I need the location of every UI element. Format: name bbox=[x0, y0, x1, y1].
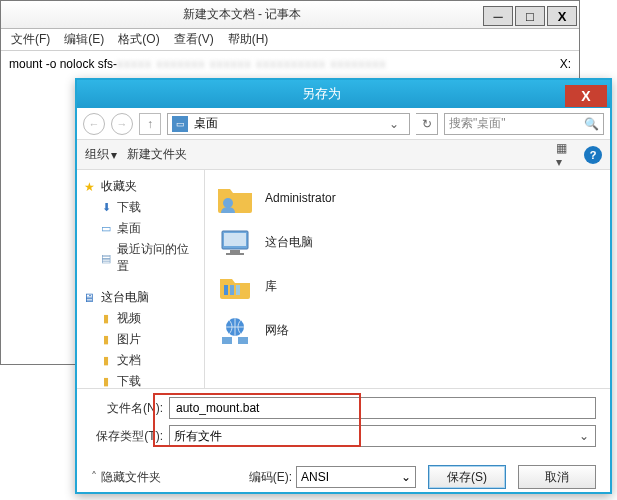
redacted-text: xxxxx xxxxxxx xxxxxx xxxxxxxxxx xxxxxxxx bbox=[117, 57, 386, 71]
save-button[interactable]: 保存(S) bbox=[428, 465, 506, 489]
drive-letter: X: bbox=[541, 57, 571, 71]
file-list[interactable]: Administrator 这台电脑 库 网络 bbox=[205, 170, 610, 388]
address-bar[interactable]: ▭ 桌面 ⌄ bbox=[167, 113, 410, 135]
search-placeholder: 搜索"桌面" bbox=[449, 115, 506, 132]
svg-rect-3 bbox=[230, 250, 240, 253]
chevron-down-icon: ⌄ bbox=[401, 470, 411, 484]
maximize-button[interactable]: □ bbox=[515, 6, 545, 26]
list-item-libraries[interactable]: 库 bbox=[213, 264, 602, 308]
filetype-select[interactable]: 所有文件 ⌄ bbox=[169, 425, 596, 447]
star-icon: ★ bbox=[81, 179, 97, 195]
chevron-up-icon: ˄ bbox=[91, 470, 97, 484]
back-button[interactable]: ← bbox=[83, 113, 105, 135]
svg-rect-10 bbox=[238, 337, 248, 344]
pc-icon bbox=[215, 224, 255, 260]
svg-point-0 bbox=[223, 198, 233, 208]
svg-rect-9 bbox=[222, 337, 232, 344]
saveas-title-bar: 另存为 X bbox=[77, 80, 610, 108]
notepad-menu-bar: 文件(F) 编辑(E) 格式(O) 查看(V) 帮助(H) bbox=[1, 29, 579, 51]
new-folder-button[interactable]: 新建文件夹 bbox=[127, 146, 187, 163]
svg-rect-4 bbox=[226, 253, 244, 255]
search-icon: 🔍 bbox=[584, 117, 599, 131]
refresh-button[interactable]: ↻ bbox=[416, 113, 438, 135]
folder-icon: ▮ bbox=[99, 375, 113, 389]
menu-view[interactable]: 查看(V) bbox=[168, 29, 220, 50]
svg-rect-7 bbox=[236, 285, 240, 295]
pc-icon: 🖥 bbox=[81, 290, 97, 306]
notepad-text-area[interactable]: mount -o nolock sfs-xxxxx xxxxxxx xxxxxx… bbox=[1, 51, 579, 77]
up-button[interactable]: ↑ bbox=[139, 113, 161, 135]
desktop-icon: ▭ bbox=[172, 116, 188, 132]
filename-input[interactable] bbox=[169, 397, 596, 419]
hide-folders-toggle[interactable]: ˄ 隐藏文件夹 bbox=[91, 469, 161, 486]
encoding-label: 编码(E): bbox=[249, 469, 292, 486]
close-button[interactable]: X bbox=[565, 85, 607, 107]
search-input[interactable]: 搜索"桌面" 🔍 bbox=[444, 113, 604, 135]
help-button[interactable]: ? bbox=[584, 146, 602, 164]
save-as-dialog: 另存为 X ← → ↑ ▭ 桌面 ⌄ ↻ 搜索"桌面" 🔍 组织 ▾ 新建文件夹… bbox=[75, 78, 612, 494]
tree-pictures[interactable]: ▮图片 bbox=[81, 329, 200, 350]
tree-downloads[interactable]: ⬇下载 bbox=[81, 197, 200, 218]
svg-rect-2 bbox=[224, 233, 246, 246]
toolbar: 组织 ▾ 新建文件夹 ▦ ▾ ? bbox=[77, 140, 610, 170]
save-fields: 文件名(N): 保存类型(T): 所有文件 ⌄ bbox=[77, 388, 610, 457]
minimize-button[interactable]: ─ bbox=[483, 6, 513, 26]
tree-downloads-pc[interactable]: ▮下载 bbox=[81, 371, 200, 388]
svg-rect-6 bbox=[230, 285, 234, 295]
user-folder-icon bbox=[215, 180, 255, 216]
menu-edit[interactable]: 编辑(E) bbox=[58, 29, 110, 50]
download-icon: ⬇ bbox=[99, 201, 113, 215]
encoding-select[interactable]: ANSI ⌄ bbox=[296, 466, 416, 488]
list-item-this-pc[interactable]: 这台电脑 bbox=[213, 220, 602, 264]
folder-icon: ▮ bbox=[99, 312, 113, 326]
organize-button[interactable]: 组织 ▾ bbox=[85, 146, 117, 163]
tree-favorites[interactable]: ★ 收藏夹 bbox=[81, 176, 200, 197]
notepad-title-bar: 新建文本文档 - 记事本 ─ □ X bbox=[1, 1, 579, 29]
chevron-down-icon: ▾ bbox=[111, 148, 117, 162]
close-button[interactable]: X bbox=[547, 6, 577, 26]
view-button[interactable]: ▦ ▾ bbox=[556, 145, 576, 165]
menu-format[interactable]: 格式(O) bbox=[112, 29, 165, 50]
cancel-button[interactable]: 取消 bbox=[518, 465, 596, 489]
tree-desktop[interactable]: ▭桌面 bbox=[81, 218, 200, 239]
folder-icon: ▮ bbox=[99, 354, 113, 368]
notepad-title: 新建文本文档 - 记事本 bbox=[1, 6, 483, 23]
forward-button[interactable]: → bbox=[111, 113, 133, 135]
tree-this-pc[interactable]: 🖥 这台电脑 bbox=[81, 287, 200, 308]
menu-help[interactable]: 帮助(H) bbox=[222, 29, 275, 50]
filetype-label: 保存类型(T): bbox=[91, 428, 169, 445]
desktop-icon: ▭ bbox=[99, 222, 113, 236]
svg-rect-5 bbox=[224, 285, 228, 295]
tree-documents[interactable]: ▮文档 bbox=[81, 350, 200, 371]
list-item-administrator[interactable]: Administrator bbox=[213, 176, 602, 220]
path-location: 桌面 bbox=[194, 115, 218, 132]
libraries-icon bbox=[215, 268, 255, 304]
network-icon bbox=[215, 312, 255, 348]
saveas-title: 另存为 bbox=[77, 85, 565, 103]
notepad-command: mount -o nolock sfs- bbox=[9, 57, 117, 71]
filename-label: 文件名(N): bbox=[91, 400, 169, 417]
folder-icon: ▮ bbox=[99, 333, 113, 347]
recent-icon: ▤ bbox=[99, 251, 113, 265]
menu-file[interactable]: 文件(F) bbox=[5, 29, 56, 50]
dialog-footer: ˄ 隐藏文件夹 编码(E): ANSI ⌄ 保存(S) 取消 bbox=[77, 457, 610, 499]
nav-tree: ★ 收藏夹 ⬇下载 ▭桌面 ▤最近访问的位置 🖥 这台电脑 ▮视频 ▮图片 ▮文… bbox=[77, 170, 205, 388]
nav-bar: ← → ↑ ▭ 桌面 ⌄ ↻ 搜索"桌面" 🔍 bbox=[77, 108, 610, 140]
chevron-down-icon: ⌄ bbox=[577, 429, 591, 443]
tree-recent[interactable]: ▤最近访问的位置 bbox=[81, 239, 200, 277]
path-chevrons[interactable]: ⌄ bbox=[383, 117, 405, 131]
tree-videos[interactable]: ▮视频 bbox=[81, 308, 200, 329]
list-item-network[interactable]: 网络 bbox=[213, 308, 602, 352]
